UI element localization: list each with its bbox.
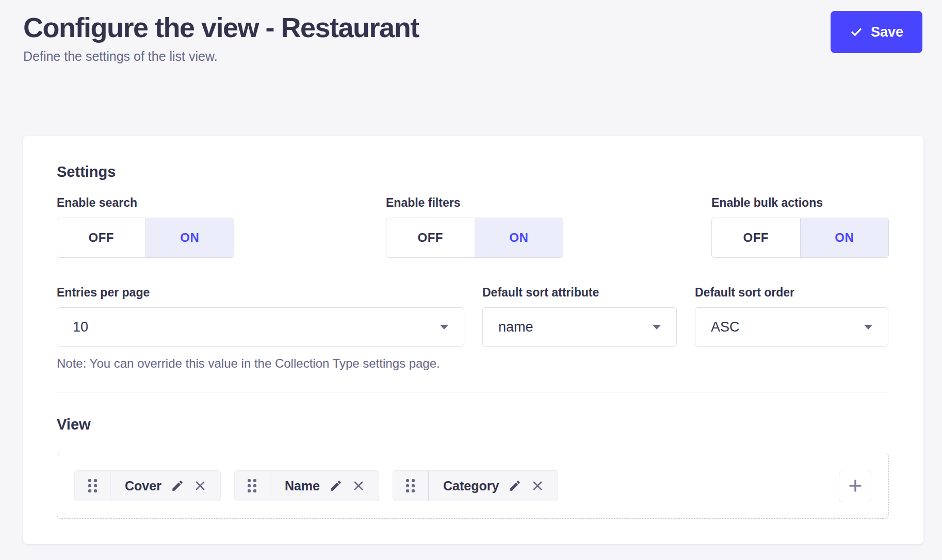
chip-body: Name <box>270 479 379 493</box>
page-subtitle: Define the settings of the list view. <box>23 48 922 64</box>
chevron-down-icon <box>440 325 448 330</box>
pencil-icon <box>508 479 522 492</box>
enable-filters-off-option[interactable]: OFF <box>386 218 475 257</box>
enable-bulk-actions-on-option[interactable]: ON <box>800 218 889 257</box>
entries-per-page-select[interactable]: 10 <box>57 307 464 347</box>
entries-per-page-note: Note: You can override this value in the… <box>57 356 464 371</box>
default-sort-order-select[interactable]: ASC <box>695 307 888 347</box>
default-sort-order-value: ASC <box>711 319 740 335</box>
plus-icon <box>847 477 864 494</box>
view-section-heading: View <box>57 415 889 434</box>
view-fields-drop-zone: Cover Name <box>57 453 889 519</box>
drag-handle[interactable] <box>75 471 110 501</box>
x-icon <box>352 479 365 492</box>
field-chip-category[interactable]: Category <box>393 470 558 501</box>
remove-field-button[interactable] <box>531 479 544 492</box>
field-enable-bulk-actions: Enable bulk actions OFF ON <box>711 195 889 258</box>
chip-label: Cover <box>125 479 161 493</box>
enable-filters-toggle: OFF ON <box>386 218 563 258</box>
drag-handle[interactable] <box>235 471 270 501</box>
field-label: Enable search <box>57 195 386 210</box>
settings-section-heading: Settings <box>57 162 889 181</box>
field-entries-per-page: Entries per page 10 Note: You can overri… <box>57 285 464 371</box>
x-icon <box>531 479 544 492</box>
chip-label: Name <box>285 479 320 493</box>
field-label: Enable filters <box>386 195 711 210</box>
edit-field-button[interactable] <box>329 479 343 492</box>
remove-field-button[interactable] <box>352 479 365 492</box>
drag-handle-icon <box>406 479 415 492</box>
drag-handle-icon <box>88 479 97 492</box>
save-button-label: Save <box>871 24 903 40</box>
section-divider <box>57 392 889 392</box>
settings-card: Settings Enable search OFF ON Enable fil… <box>23 136 923 544</box>
pencil-icon <box>171 479 184 492</box>
x-icon <box>193 479 207 492</box>
edit-field-button[interactable] <box>508 479 522 492</box>
chip-label: Category <box>443 479 499 493</box>
check-icon <box>850 25 863 39</box>
save-button[interactable]: Save <box>831 11 922 53</box>
chip-body: Cover <box>110 479 220 493</box>
enable-bulk-actions-toggle: OFF ON <box>711 218 889 258</box>
enable-search-toggle: OFF ON <box>57 218 234 258</box>
chip-body: Category <box>429 479 558 493</box>
field-label: Enable bulk actions <box>711 195 889 210</box>
drag-handle-icon <box>248 479 256 492</box>
drag-handle[interactable] <box>393 471 429 501</box>
default-sort-attribute-select[interactable]: name <box>482 307 677 347</box>
entries-per-page-value: 10 <box>73 319 88 335</box>
enable-search-on-option[interactable]: ON <box>145 218 234 257</box>
selects-row: Entries per page 10 Note: You can overri… <box>57 285 889 371</box>
enable-bulk-actions-off-option[interactable]: OFF <box>712 218 800 257</box>
default-sort-attribute-value: name <box>498 319 533 335</box>
toggles-row: Enable search OFF ON Enable filters OFF … <box>57 195 889 258</box>
page-title: Configure the view - Restaurant <box>23 11 922 43</box>
field-enable-filters: Enable filters OFF ON <box>386 195 711 258</box>
field-default-sort-attribute: Default sort attribute name <box>482 285 677 371</box>
field-chip-cover[interactable]: Cover <box>74 470 221 501</box>
chevron-down-icon <box>864 325 872 330</box>
enable-search-off-option[interactable]: OFF <box>57 218 145 257</box>
field-label: Entries per page <box>57 285 464 300</box>
field-chip-name[interactable]: Name <box>234 470 379 501</box>
edit-field-button[interactable] <box>171 479 184 492</box>
pencil-icon <box>329 479 343 492</box>
field-label: Default sort attribute <box>482 285 677 300</box>
add-field-button[interactable] <box>839 470 871 502</box>
field-enable-search: Enable search OFF ON <box>57 195 386 258</box>
remove-field-button[interactable] <box>193 479 207 492</box>
chevron-down-icon <box>653 325 661 330</box>
field-label: Default sort order <box>695 285 888 300</box>
enable-filters-on-option[interactable]: ON <box>475 218 563 257</box>
page-header: Configure the view - Restaurant Define t… <box>0 0 942 64</box>
field-default-sort-order: Default sort order ASC <box>695 285 888 371</box>
